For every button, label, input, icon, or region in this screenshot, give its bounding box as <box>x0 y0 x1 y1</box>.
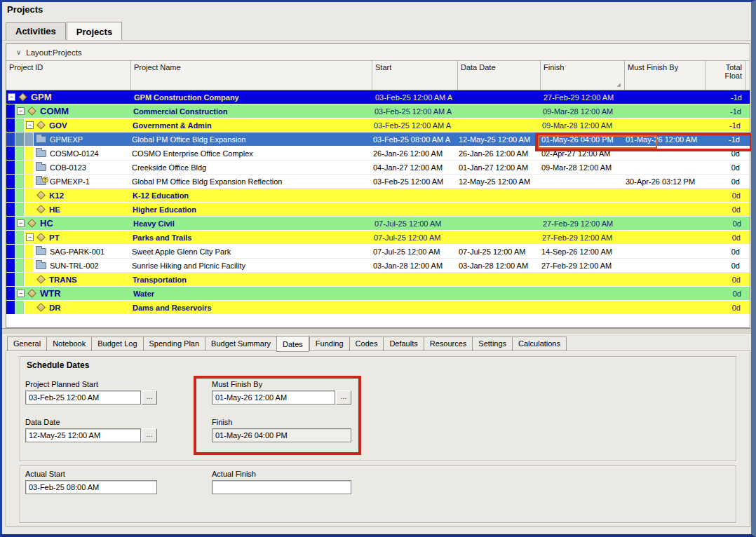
hierarchy-band <box>15 301 25 314</box>
hierarchy-band <box>6 189 15 202</box>
table-row[interactable]: −COMMCommercial Construction03-Feb-25 12… <box>6 104 750 118</box>
project-name-cell: Transportation <box>130 273 371 286</box>
data-date-field: Data Date ... <box>25 418 157 442</box>
column-header-start[interactable]: Start <box>372 61 458 90</box>
table-row[interactable]: −PTParks and Trails07-Jul-25 12:00 AM27-… <box>6 231 750 245</box>
detail-tab-budget-log[interactable]: Budget Log <box>91 337 142 351</box>
column-header-total-float[interactable]: Total Float <box>706 61 745 90</box>
data-date-label: Data Date <box>25 418 157 426</box>
must-finish-by-cell <box>623 273 705 286</box>
eps-node-icon <box>36 275 46 284</box>
data-date-input[interactable] <box>25 428 141 442</box>
column-header-must-finish-by[interactable]: Must Finish By <box>625 61 706 90</box>
start-cell <box>371 203 457 216</box>
table-row[interactable]: K12K-12 Education0d <box>6 189 750 203</box>
collapse-toggle-icon[interactable]: − <box>17 290 25 297</box>
project-id-label: TRANS <box>49 276 77 284</box>
hierarchy-band <box>6 161 15 174</box>
start-cell: 03-Feb-25 08:00 AM A <box>370 132 456 146</box>
detail-tab-codes[interactable]: Codes <box>349 337 384 351</box>
table-row[interactable]: −GPMGPM Construction Company03-Feb-25 12… <box>6 90 750 104</box>
detail-tab-general[interactable]: General <box>7 337 46 351</box>
table-row[interactable]: TRANSTransportation0d <box>6 273 750 287</box>
eps-node-icon <box>36 205 46 214</box>
start-cell: 07-Jul-25 12:00 AM <box>371 231 457 244</box>
start-cell: 03-Feb-25 12:00 AM A <box>372 90 458 104</box>
detail-tab-funding[interactable]: Funding <box>309 337 349 351</box>
column-header-finish[interactable]: Finish◢ <box>541 61 625 90</box>
table-row[interactable]: SUN-TRL-002Sunrise Hiking and Picnic Fac… <box>6 259 750 273</box>
project-folder-icon <box>36 248 46 255</box>
collapse-toggle-icon[interactable]: − <box>26 233 34 241</box>
detail-tab-resources[interactable]: Resources <box>424 337 473 351</box>
detail-tab-calculations[interactable]: Calculations <box>512 337 567 351</box>
table-row[interactable]: −GOVGovernment & Admin03-Feb-25 12:00 AM… <box>6 118 750 132</box>
tab-baseline-divider <box>0 40 756 41</box>
horizontal-splitter[interactable] <box>0 328 756 335</box>
actual-finish-input[interactable] <box>212 480 351 494</box>
table-header-row: Project IDProject NameStartData DateFini… <box>6 61 750 90</box>
reflection-project-icon: ? <box>36 178 46 185</box>
hierarchy-band <box>6 287 15 300</box>
must-finish-by-cell <box>624 104 706 118</box>
project-name-cell: Sunrise Hiking and Picnic Facility <box>129 259 370 272</box>
collapse-toggle-icon[interactable]: − <box>26 121 34 129</box>
detail-tab-budget-summary[interactable]: Budget Summary <box>205 337 276 351</box>
hierarchy-band <box>6 104 15 118</box>
detail-tab-dates[interactable]: Dates <box>276 336 309 352</box>
project-planned-start-browse-button[interactable]: ... <box>142 390 157 405</box>
total-float-cell: 0d <box>704 175 743 188</box>
project-id-label: PT <box>49 233 60 242</box>
project-id-label: DR <box>49 304 61 312</box>
eps-node-icon <box>18 93 27 102</box>
table-row[interactable]: COB-0123Creekside Office Bldg04-Jan-27 1… <box>6 161 750 175</box>
collapse-toggle-icon[interactable]: − <box>17 107 25 115</box>
layout-options-bar[interactable]: ∨ Layout:Projects <box>6 44 750 61</box>
total-float-cell: 0d <box>705 301 744 314</box>
project-id-cell: −WTR <box>15 287 130 300</box>
table-row[interactable]: −HCHeavy Civil07-Jul-25 12:00 AM27-Feb-2… <box>6 217 750 231</box>
table-row[interactable]: HEHigher Education0d <box>6 203 750 217</box>
start-cell <box>371 273 457 286</box>
table-row[interactable]: DRDams and Reservoirs0d <box>6 301 750 315</box>
finish-input <box>212 428 351 442</box>
column-header-project-id[interactable]: Project ID <box>6 61 131 90</box>
data-date-browse-button[interactable]: ... <box>142 428 157 442</box>
eps-node-icon <box>36 303 46 312</box>
collapse-toggle-icon[interactable]: − <box>8 93 15 101</box>
data-date-cell: 01-Jan-27 12:00 AM <box>456 161 539 174</box>
data-date-cell: 12-May-25 12:00 AM <box>456 175 539 188</box>
tab-projects[interactable]: Projects <box>67 22 122 41</box>
table-row[interactable]: GPMEXPGlobal PM Office Bldg Expansion03-… <box>6 132 750 147</box>
hierarchy-band <box>25 245 34 258</box>
collapse-toggle-icon[interactable]: − <box>17 219 25 227</box>
project-id-cell: −HC <box>15 217 130 230</box>
actual-start-input[interactable] <box>25 480 157 494</box>
column-header-data-date[interactable]: Data Date <box>458 61 541 90</box>
table-row[interactable]: SAG-PARK-001Sweet Apple Glenn City Park0… <box>6 245 750 259</box>
data-date-cell <box>457 203 539 216</box>
start-cell: 04-Jan-27 12:00 AM <box>370 161 456 174</box>
project-id-cell: COSMO-0124 <box>34 147 129 160</box>
must-finish-by-cell <box>623 189 705 202</box>
schedule-dates-groupbox <box>20 356 736 461</box>
finish-cell <box>539 273 623 286</box>
must-finish-by-input[interactable] <box>212 390 335 405</box>
must-finish-by-browse-button[interactable]: ... <box>336 390 351 405</box>
project-planned-start-input[interactable] <box>25 390 141 405</box>
detail-tab-settings[interactable]: Settings <box>472 337 512 351</box>
column-header-label: Project ID <box>9 63 43 72</box>
detail-tab-defaults[interactable]: Defaults <box>383 337 423 351</box>
column-header-label: Total Float <box>725 63 742 80</box>
project-id-label: GOV <box>49 121 67 130</box>
tab-activities[interactable]: Activities <box>6 22 66 40</box>
table-row[interactable]: −WTRWater0d <box>6 287 750 301</box>
detail-tab-notebook[interactable]: Notebook <box>46 337 91 351</box>
table-row[interactable]: ?GPMEXP-1Global PM Office Bldg Expansion… <box>6 175 750 189</box>
detail-tab-spending-plan[interactable]: Spending Plan <box>143 337 205 351</box>
table-row[interactable]: COSMO-0124COSMO Enterprise Office Comple… <box>6 147 750 161</box>
hierarchy-band <box>15 231 25 244</box>
column-header-project-name[interactable]: Project Name <box>131 61 372 90</box>
project-id-label: COMM <box>40 106 69 116</box>
data-date-cell: 07-Jul-25 12:00 AM <box>456 245 539 258</box>
